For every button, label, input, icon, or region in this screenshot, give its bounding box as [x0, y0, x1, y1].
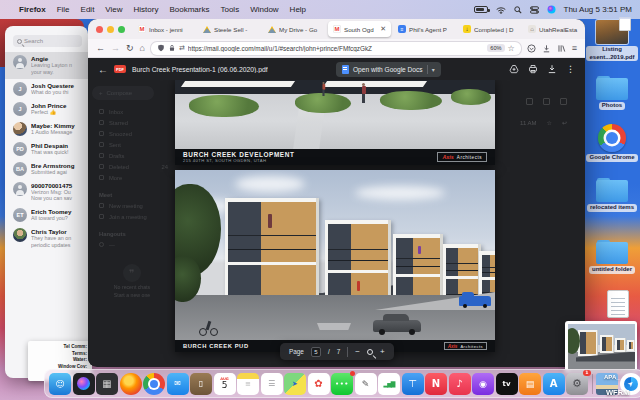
menu-help[interactable]: Help	[290, 5, 306, 14]
add-to-drive-icon[interactable]	[509, 64, 519, 74]
desktop-label-apa[interactable]: APA_	[604, 374, 620, 380]
sidebar-more[interactable]: More	[92, 172, 172, 183]
wifi-icon[interactable]	[496, 6, 506, 14]
tab-utahrealestate[interactable]: ⌂ UtahRealEsta	[523, 21, 585, 37]
desktop-label-wfrm[interactable]: WFRM	[606, 388, 629, 397]
page-zoom-badge[interactable]: 60%	[487, 44, 504, 52]
downloads-icon[interactable]	[542, 44, 551, 53]
finder-icon[interactable]: ☺	[49, 373, 71, 395]
desktop-icon-listing-pdf[interactable]: Listingesent...2019.pdf	[586, 20, 638, 61]
screenshot-preview-thumbnail[interactable]	[565, 321, 637, 373]
url-text[interactable]: https://mail.google.com/mail/u/1/#search…	[188, 45, 485, 52]
keynote-icon[interactable]: ⊤	[402, 373, 424, 395]
siri-icon[interactable]	[547, 5, 556, 14]
sidebar-starred[interactable]: Starred	[92, 117, 172, 128]
sidebar-sent[interactable]: Sent	[92, 139, 172, 150]
numbers-icon[interactable]: ▂▅▇	[378, 373, 400, 395]
url-bar[interactable]: ⇄ https://mail.google.com/mail/u/1/#sear…	[151, 42, 521, 55]
tv-icon[interactable]: tv	[496, 373, 518, 395]
conversation-bre-armstrong[interactable]: BA Bre Armstrong Submitted agai	[5, 159, 88, 179]
desktop-icon-untitled-folder[interactable]: untitled folder	[586, 240, 638, 274]
conversation-angie[interactable]: Angie Leaving Layton n your way.	[5, 52, 88, 79]
download-icon[interactable]	[547, 64, 557, 74]
books-icon[interactable]: ▤	[519, 373, 541, 395]
podcasts-icon[interactable]: ◉	[472, 373, 494, 395]
conversation-kimmy[interactable]: Maybe: Kimmy 1 Audio Message	[5, 119, 88, 139]
pocket-icon[interactable]	[527, 44, 536, 53]
menu-edit[interactable]: Edit	[81, 5, 95, 14]
forward-button[interactable]: →	[111, 44, 120, 53]
chevron-down-icon[interactable]: ▾	[432, 66, 435, 73]
lock-icon[interactable]	[168, 44, 176, 52]
magnifier-icon[interactable]	[367, 349, 373, 355]
menu-tools[interactable]: Tools	[220, 5, 239, 14]
tab-phils-agent[interactable]: ≡ Phil's Agent P	[393, 21, 456, 37]
chrome-icon[interactable]	[143, 373, 165, 395]
zoom-in-button[interactable]: +	[380, 347, 385, 356]
news-icon[interactable]: N	[425, 373, 447, 395]
system-preferences-icon[interactable]: ⚙1	[566, 373, 588, 395]
messages-icon[interactable]: •••	[331, 373, 353, 395]
calendar-icon[interactable]: AUG5	[214, 373, 236, 395]
siri-icon[interactable]	[73, 373, 95, 395]
sidebar-new-meeting[interactable]: New meeting	[92, 200, 172, 211]
sidebar-snoozed[interactable]: Snoozed	[92, 128, 172, 139]
conversation-john-prince[interactable]: J John Prince Perfect 👍	[5, 99, 88, 119]
contacts-icon[interactable]: ▯	[190, 373, 212, 395]
close-window-button[interactable]	[96, 26, 103, 33]
reload-button[interactable]: ↻	[126, 44, 134, 53]
control-center-icon[interactable]	[530, 6, 539, 14]
sidebar-deleted[interactable]: Deleted24	[92, 161, 172, 172]
back-icon[interactable]: ←	[98, 64, 108, 75]
bookmark-star-icon[interactable]: ☆	[508, 44, 515, 53]
sidebar-drafts[interactable]: Drafts	[92, 150, 172, 161]
app-store-icon[interactable]: A	[543, 373, 565, 395]
library-icon[interactable]	[557, 44, 566, 53]
photos-icon[interactable]: ✿	[308, 373, 330, 395]
desktop-icon-relocated-items[interactable]: relocated items	[586, 178, 638, 212]
menu-view[interactable]: View	[105, 5, 122, 14]
compose-button[interactable]: +Compose	[92, 86, 154, 100]
menu-history[interactable]: History	[134, 5, 159, 14]
tracking-shield-icon[interactable]	[157, 44, 165, 52]
maps-icon[interactable]: ➤	[284, 373, 306, 395]
zoom-window-button[interactable]	[118, 26, 125, 33]
tab-completed[interactable]: ↓ Completed | D	[458, 21, 521, 37]
tab-inbox[interactable]: M Inbox - jenni	[133, 21, 196, 37]
notes-icon[interactable]: ≡	[237, 373, 259, 395]
mail-icon[interactable]: ✉	[167, 373, 189, 395]
back-button[interactable]: ←	[96, 44, 105, 53]
sidebar-inbox[interactable]: Inbox	[92, 106, 172, 117]
desktop-icon-document[interactable]	[592, 290, 640, 318]
tab-steele-sell[interactable]: Steele Sell -	[198, 21, 261, 37]
menu-bookmarks[interactable]: Bookmarks	[169, 5, 209, 14]
conversation-number[interactable]: 900070001475 Verizon Msg: Ou Now you can…	[5, 179, 88, 206]
music-icon[interactable]: ♪	[449, 373, 471, 395]
minimize-window-button[interactable]	[107, 26, 114, 33]
zoom-out-button[interactable]: −	[355, 347, 360, 356]
menu-clock[interactable]: Thu Aug 5 3:51 PM	[564, 5, 633, 14]
home-button[interactable]: ⌂	[140, 44, 145, 53]
tab-my-drive[interactable]: My Drive - Go	[263, 21, 326, 37]
desktop-icon-photos-folder[interactable]: Photos	[586, 76, 638, 110]
reminders-icon[interactable]: ☰	[261, 373, 283, 395]
tab-south-ogden-active[interactable]: M South Ogd ✕	[328, 21, 391, 37]
permissions-icon[interactable]: ⇄	[179, 44, 185, 52]
conversation-erich-toomey[interactable]: ET Erich Toomey All toward you?	[5, 205, 88, 225]
print-icon[interactable]	[528, 64, 538, 74]
textedit-icon[interactable]: ✎	[355, 373, 377, 395]
battery-icon[interactable]	[474, 6, 488, 13]
menu-window[interactable]: Window	[250, 5, 278, 14]
close-tab-icon[interactable]: ✕	[380, 25, 386, 33]
firefox-icon[interactable]	[120, 373, 142, 395]
more-options-icon[interactable]: ⋮	[566, 64, 575, 74]
open-with-google-docs-button[interactable]: Open with Google Docs ▾	[336, 62, 441, 77]
conversation-josh[interactable]: J Josh Questere What do you thi	[5, 79, 88, 99]
desktop-icon-google-chrome[interactable]: Google Chrome	[586, 124, 638, 162]
conversation-chris-taylor[interactable]: Chris Taylor They have an on periodic up…	[5, 225, 88, 252]
messages-search-input[interactable]: Search	[13, 35, 82, 47]
page-number-input[interactable]: 5	[311, 347, 321, 357]
app-menu-icon[interactable]: ≡	[572, 44, 577, 53]
launchpad-icon[interactable]: ▦	[96, 373, 118, 395]
menu-app-name[interactable]: Firefox	[19, 5, 46, 14]
